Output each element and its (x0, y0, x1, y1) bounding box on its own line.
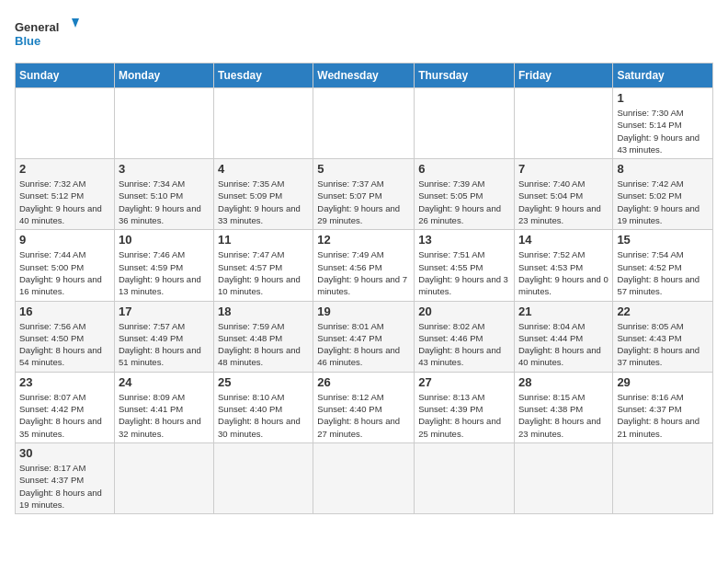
day-number: 5 (317, 162, 410, 176)
day-info: Sunrise: 8:02 AM Sunset: 4:46 PM Dayligh… (418, 320, 510, 369)
day-number: 16 (19, 304, 110, 318)
day-info: Sunrise: 7:46 AM Sunset: 4:59 PM Dayligh… (119, 248, 210, 297)
calendar-week-row: 16Sunrise: 7:56 AM Sunset: 4:50 PM Dayli… (16, 301, 713, 372)
day-info: Sunrise: 8:04 AM Sunset: 4:44 PM Dayligh… (518, 320, 609, 369)
day-info: Sunrise: 7:34 AM Sunset: 5:10 PM Dayligh… (119, 178, 210, 226)
calendar-cell: 9Sunrise: 7:44 AM Sunset: 5:00 PM Daylig… (16, 230, 115, 301)
calendar-cell: 12Sunrise: 7:49 AM Sunset: 4:56 PM Dayli… (313, 230, 415, 301)
weekday-header: Tuesday (214, 63, 313, 88)
day-info: Sunrise: 8:12 AM Sunset: 4:40 PM Dayligh… (317, 391, 410, 440)
day-info: Sunrise: 7:40 AM Sunset: 5:04 PM Dayligh… (518, 178, 609, 226)
day-number: 11 (218, 233, 309, 247)
day-info: Sunrise: 8:13 AM Sunset: 4:39 PM Dayligh… (418, 391, 510, 440)
day-info: Sunrise: 7:30 AM Sunset: 5:14 PM Dayligh… (617, 107, 709, 155)
calendar-cell (514, 88, 612, 159)
calendar-cell: 22Sunrise: 8:05 AM Sunset: 4:43 PM Dayli… (613, 301, 713, 372)
weekday-header: Wednesday (313, 63, 415, 88)
day-info: Sunrise: 7:57 AM Sunset: 4:49 PM Dayligh… (119, 320, 210, 369)
calendar-cell: 15Sunrise: 7:54 AM Sunset: 4:52 PM Dayli… (613, 230, 713, 301)
calendar-cell: 4Sunrise: 7:35 AM Sunset: 5:09 PM Daylig… (214, 159, 313, 230)
calendar-cell: 18Sunrise: 7:59 AM Sunset: 4:48 PM Dayli… (214, 301, 313, 372)
day-info: Sunrise: 7:59 AM Sunset: 4:48 PM Dayligh… (218, 320, 309, 369)
day-number: 20 (418, 304, 510, 318)
calendar-cell: 10Sunrise: 7:46 AM Sunset: 4:59 PM Dayli… (114, 230, 213, 301)
day-info: Sunrise: 7:56 AM Sunset: 4:50 PM Dayligh… (19, 320, 110, 369)
calendar-week-row: 2Sunrise: 7:32 AM Sunset: 5:12 PM Daylig… (16, 159, 713, 230)
calendar-cell: 8Sunrise: 7:42 AM Sunset: 5:02 PM Daylig… (613, 159, 713, 230)
calendar-cell (415, 88, 515, 159)
calendar-cell: 27Sunrise: 8:13 AM Sunset: 4:39 PM Dayli… (415, 372, 515, 442)
page-header: General Blue (15, 15, 713, 52)
calendar-week-row: 30Sunrise: 8:17 AM Sunset: 4:37 PM Dayli… (16, 442, 713, 513)
day-info: Sunrise: 7:37 AM Sunset: 5:07 PM Dayligh… (317, 178, 410, 226)
svg-text:Blue: Blue (15, 34, 40, 48)
day-number: 19 (317, 304, 410, 318)
day-number: 30 (19, 446, 110, 460)
day-number: 4 (218, 162, 309, 176)
day-info: Sunrise: 8:09 AM Sunset: 4:41 PM Dayligh… (119, 391, 210, 440)
calendar-cell: 21Sunrise: 8:04 AM Sunset: 4:44 PM Dayli… (514, 301, 612, 372)
day-info: Sunrise: 7:47 AM Sunset: 4:57 PM Dayligh… (218, 248, 309, 297)
day-number: 25 (218, 375, 309, 389)
calendar-cell: 14Sunrise: 7:52 AM Sunset: 4:53 PM Dayli… (514, 230, 612, 301)
calendar-cell (114, 442, 213, 513)
calendar-week-row: 23Sunrise: 8:07 AM Sunset: 4:42 PM Dayli… (16, 372, 713, 442)
calendar-cell: 13Sunrise: 7:51 AM Sunset: 4:55 PM Dayli… (415, 230, 515, 301)
day-number: 14 (518, 233, 609, 247)
calendar-cell: 2Sunrise: 7:32 AM Sunset: 5:12 PM Daylig… (16, 159, 115, 230)
calendar-cell: 26Sunrise: 8:12 AM Sunset: 4:40 PM Dayli… (313, 372, 415, 442)
day-number: 22 (617, 304, 709, 318)
day-number: 15 (617, 233, 709, 247)
day-info: Sunrise: 7:54 AM Sunset: 4:52 PM Dayligh… (617, 248, 709, 297)
day-info: Sunrise: 7:32 AM Sunset: 5:12 PM Dayligh… (19, 178, 110, 226)
logo: General Blue (15, 15, 79, 52)
calendar-cell: 11Sunrise: 7:47 AM Sunset: 4:57 PM Dayli… (214, 230, 313, 301)
day-number: 2 (19, 162, 110, 176)
day-number: 24 (119, 375, 210, 389)
day-number: 29 (617, 375, 709, 389)
calendar-cell: 28Sunrise: 8:15 AM Sunset: 4:38 PM Dayli… (514, 372, 612, 442)
day-info: Sunrise: 8:16 AM Sunset: 4:37 PM Dayligh… (617, 391, 709, 440)
day-info: Sunrise: 7:51 AM Sunset: 4:55 PM Dayligh… (418, 248, 510, 297)
day-info: Sunrise: 8:07 AM Sunset: 4:42 PM Dayligh… (19, 391, 110, 440)
day-info: Sunrise: 7:42 AM Sunset: 5:02 PM Dayligh… (617, 178, 709, 226)
day-info: Sunrise: 7:35 AM Sunset: 5:09 PM Dayligh… (218, 178, 309, 226)
weekday-header: Sunday (16, 63, 115, 88)
day-number: 9 (19, 233, 110, 247)
calendar-cell (313, 442, 415, 513)
day-info: Sunrise: 8:15 AM Sunset: 4:38 PM Dayligh… (518, 391, 609, 440)
calendar-cell (313, 88, 415, 159)
svg-text:General: General (15, 20, 59, 34)
calendar-cell: 16Sunrise: 7:56 AM Sunset: 4:50 PM Dayli… (16, 301, 115, 372)
day-number: 21 (518, 304, 609, 318)
day-info: Sunrise: 7:44 AM Sunset: 5:00 PM Dayligh… (19, 248, 110, 297)
calendar-cell: 7Sunrise: 7:40 AM Sunset: 5:04 PM Daylig… (514, 159, 612, 230)
calendar-cell (415, 442, 515, 513)
weekday-header: Thursday (415, 63, 515, 88)
day-info: Sunrise: 8:05 AM Sunset: 4:43 PM Dayligh… (617, 320, 709, 369)
day-number: 28 (518, 375, 609, 389)
day-number: 23 (19, 375, 110, 389)
day-number: 10 (119, 233, 210, 247)
day-number: 6 (418, 162, 510, 176)
day-number: 13 (418, 233, 510, 247)
calendar-cell: 29Sunrise: 8:16 AM Sunset: 4:37 PM Dayli… (613, 372, 713, 442)
calendar-cell (16, 88, 115, 159)
calendar-cell: 24Sunrise: 8:09 AM Sunset: 4:41 PM Dayli… (114, 372, 213, 442)
calendar-cell: 23Sunrise: 8:07 AM Sunset: 4:42 PM Dayli… (16, 372, 115, 442)
calendar-cell (214, 442, 313, 513)
day-number: 7 (518, 162, 609, 176)
day-number: 26 (317, 375, 410, 389)
calendar-cell: 6Sunrise: 7:39 AM Sunset: 5:05 PM Daylig… (415, 159, 515, 230)
weekday-header: Friday (514, 63, 612, 88)
day-info: Sunrise: 7:49 AM Sunset: 4:56 PM Dayligh… (317, 248, 410, 297)
day-info: Sunrise: 7:39 AM Sunset: 5:05 PM Dayligh… (418, 178, 510, 226)
calendar-cell (514, 442, 612, 513)
calendar-cell: 19Sunrise: 8:01 AM Sunset: 4:47 PM Dayli… (313, 301, 415, 372)
day-number: 3 (119, 162, 210, 176)
calendar-cell: 25Sunrise: 8:10 AM Sunset: 4:40 PM Dayli… (214, 372, 313, 442)
weekday-header: Saturday (613, 63, 713, 88)
day-number: 17 (119, 304, 210, 318)
day-info: Sunrise: 8:01 AM Sunset: 4:47 PM Dayligh… (317, 320, 410, 369)
calendar-cell (214, 88, 313, 159)
